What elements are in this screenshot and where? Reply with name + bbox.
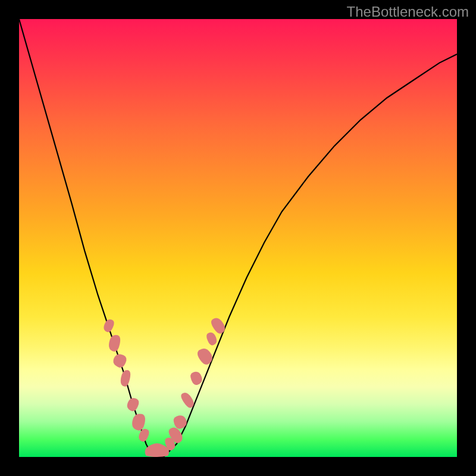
annotation-blob — [127, 398, 139, 411]
annotation-blob — [198, 349, 212, 365]
chart-plot-area — [19, 19, 457, 457]
annotation-blob — [190, 372, 202, 385]
annotation-blob — [181, 393, 193, 408]
annotation-blob — [109, 335, 120, 352]
right-annotation-cluster — [165, 318, 225, 451]
annotation-blob — [104, 320, 114, 333]
annotation-blob — [139, 429, 149, 442]
bottleneck-curve — [19, 19, 457, 457]
annotation-blob — [121, 370, 130, 387]
annotation-blob — [211, 318, 225, 334]
annotation-blob — [132, 414, 145, 430]
annotation-blob — [113, 354, 126, 368]
watermark-text: TheBottleneck.com — [347, 4, 469, 20]
chart-svg — [19, 19, 457, 457]
chart-frame: TheBottleneck.com — [0, 0, 476, 476]
bottom-lobe — [145, 443, 169, 457]
left-annotation-cluster — [104, 320, 149, 442]
annotation-blob — [206, 333, 217, 346]
